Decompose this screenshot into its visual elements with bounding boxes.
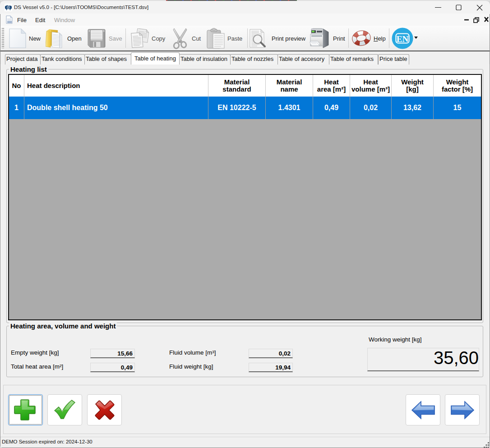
svg-text:EN: EN (397, 34, 409, 44)
